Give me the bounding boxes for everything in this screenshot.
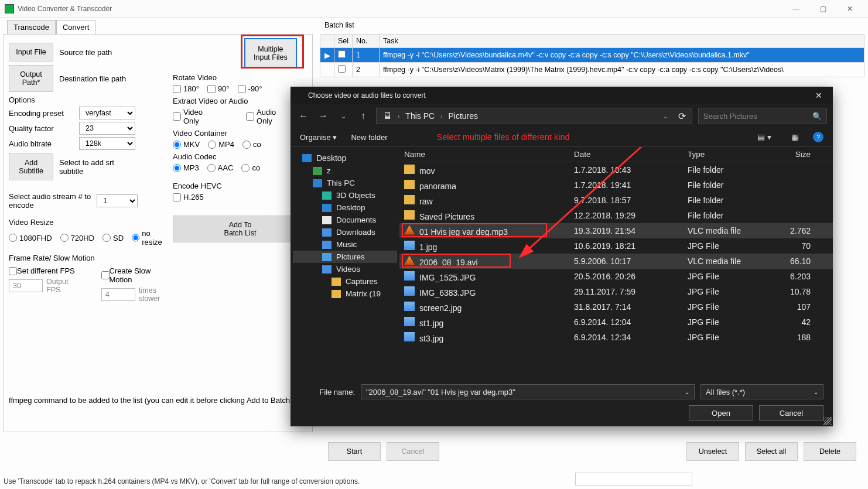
file-row[interactable]: 2006_08_19.avi5.9.2006. 10:17VLC media f…	[399, 254, 833, 269]
preview-icon[interactable]: ▦	[791, 132, 799, 142]
start-button[interactable]: Start	[328, 442, 381, 461]
quality-select[interactable]: 23	[79, 122, 135, 135]
resize-sd[interactable]: SD	[102, 234, 124, 242]
tree-pictures[interactable]: Pictures	[293, 251, 397, 263]
tree-downloads[interactable]: Downloads	[293, 226, 397, 238]
audio-stream-select[interactable]: 1	[97, 194, 138, 207]
nav-history-icon[interactable]: ⌄	[336, 112, 350, 120]
col-date[interactable]: Date	[574, 150, 688, 159]
resize-grip[interactable]	[823, 417, 832, 425]
tab-transcode[interactable]: Transcode	[7, 20, 56, 34]
col-name[interactable]: Name	[404, 150, 574, 159]
container-mp4[interactable]: MP4	[208, 140, 234, 149]
add-to-batch-button[interactable]: Add To Batch List	[173, 216, 307, 242]
vlc-icon	[404, 256, 415, 265]
help-icon[interactable]: ?	[813, 132, 823, 142]
filter-select[interactable]: All files (*.*)⌄	[700, 384, 823, 399]
nav-up-icon[interactable]: ↑	[356, 111, 370, 121]
batch-table: Sel No. Task ▶ 1 ffmpeg -y -i "C:\Users\…	[320, 34, 864, 77]
slowmo-input[interactable]	[101, 288, 135, 301]
rotate-90[interactable]: 90°	[207, 84, 230, 93]
tree-music[interactable]: Music	[293, 238, 397, 251]
batch-row-checkbox[interactable]	[338, 50, 346, 58]
audio-only[interactable]: Audio Only	[246, 108, 276, 125]
file-row[interactable]: Saved Pictures12.2.2018. 19:29File folde…	[399, 208, 833, 223]
file-row[interactable]: IMG_1525.JPG20.5.2016. 20:26JPG File6.20…	[399, 269, 833, 284]
batch-row[interactable]: 2 ffmpeg -y -i "C:\Users\z\Videos\Matrix…	[320, 63, 864, 77]
h265-checkbox[interactable]: H.265	[173, 193, 204, 201]
tab-convert[interactable]: Convert	[56, 20, 96, 34]
refresh-icon[interactable]: ⟳	[678, 111, 686, 122]
file-row[interactable]: st1.jpg6.9.2014. 12:04JPG File42	[399, 314, 833, 330]
batch-row-checkbox[interactable]	[338, 65, 346, 73]
new-folder-button[interactable]: New folder	[351, 133, 387, 142]
output-path-button[interactable]: Output Path*	[9, 65, 53, 92]
slowmo-checkbox[interactable]: Create Slow Motion	[101, 266, 173, 284]
tree-matrix[interactable]: Matrix (19	[293, 288, 397, 300]
rotate-m90[interactable]: -90°	[238, 84, 262, 93]
container-mkv[interactable]: MKV	[173, 140, 200, 149]
acodec-copy[interactable]: co	[241, 163, 260, 172]
file-row[interactable]: 1.jpg10.6.2019. 18:21JPG File70	[399, 238, 833, 254]
col-no[interactable]: No.	[353, 35, 380, 48]
audio-bitrate-select[interactable]: 128k	[79, 137, 135, 150]
nav-back-icon[interactable]: ←	[296, 111, 310, 121]
tree-thispc[interactable]: This PC	[293, 177, 397, 189]
dialog-close-button[interactable]: ✕	[811, 88, 827, 102]
chevron-down-icon[interactable]: ⌄	[663, 113, 668, 119]
delete-button[interactable]: Delete	[804, 442, 856, 461]
file-row[interactable]: panorama1.7.2018. 19:41File folder	[399, 177, 833, 193]
col-size[interactable]: Size	[775, 150, 811, 159]
video-only[interactable]: Video Only	[173, 108, 203, 125]
tree-3d[interactable]: 3D Objects	[293, 189, 397, 201]
file-row[interactable]: IMG_6383.JPG29.11.2017. 7:59JPG File10.7…	[399, 284, 833, 299]
rotate-180[interactable]: 180°	[173, 84, 199, 93]
acodec-mp3[interactable]: MP3	[173, 163, 199, 172]
filename-input[interactable]: "2006_08_19.avi" "01 Hvis jeg var deg.mp…	[361, 384, 695, 399]
tree-documents[interactable]: Documents	[293, 214, 397, 226]
tree-videos[interactable]: Videos	[293, 263, 397, 275]
resize-1080[interactable]: 1080FHD	[9, 234, 52, 242]
file-row[interactable]: mov1.7.2018. 10:43File folder	[399, 162, 833, 177]
maximize-button[interactable]: ▢	[809, 0, 836, 18]
nav-forward-icon[interactable]: →	[316, 111, 330, 121]
container-copy[interactable]: co	[242, 140, 261, 149]
view-icon[interactable]: ▤ ▾	[757, 132, 771, 142]
minimize-button[interactable]: —	[782, 0, 809, 18]
col-type[interactable]: Type	[688, 150, 775, 159]
col-sel[interactable]: Sel	[334, 35, 353, 48]
file-row[interactable]: screen2.jpg31.8.2017. 7:14JPG File107	[399, 299, 833, 314]
resize-none[interactable]: no resize	[132, 229, 165, 247]
status-input[interactable]	[575, 473, 692, 485]
fps-checkbox[interactable]: Set different FPS	[9, 266, 78, 275]
vlc-icon	[404, 225, 415, 235]
tree-desktop2[interactable]: Desktop	[293, 201, 397, 214]
add-subtitle-button[interactable]: Add Subtitle	[9, 153, 53, 180]
acodec-aac[interactable]: AAC	[207, 163, 234, 172]
img-icon	[404, 317, 415, 326]
file-row[interactable]: st3.jpg6.9.2014. 12:34JPG File188	[399, 330, 833, 345]
unselect-button[interactable]: Unselect	[686, 442, 739, 461]
tree-captures[interactable]: Captures	[293, 275, 397, 288]
file-row[interactable]: 01 Hvis jeg var deg.mp319.3.2019. 21:54V…	[399, 223, 833, 238]
dialog-cancel-button[interactable]: Cancel	[759, 405, 823, 420]
tree-user[interactable]: z	[293, 165, 397, 177]
close-button[interactable]: ✕	[836, 0, 863, 18]
resize-720[interactable]: 720HD	[60, 234, 94, 242]
batch-row[interactable]: ▶ 1 ffmpeg -y -i "C:\Users\z\Videos\bund…	[320, 48, 864, 63]
input-file-button[interactable]: Input File	[9, 43, 53, 61]
search-input[interactable]: Search Pictures 🔍	[698, 108, 827, 124]
selectall-button[interactable]: Select all	[745, 442, 798, 461]
encoding-preset-select[interactable]: veryfast	[79, 107, 135, 119]
file-row[interactable]: raw9.7.2018. 18:57File folder	[399, 193, 833, 208]
address-bar[interactable]: 🖥 › This PC › Pictures ⌄ ⟳	[376, 108, 692, 124]
fps-input[interactable]	[9, 279, 43, 292]
organise-menu[interactable]: Organise ▾	[300, 133, 337, 142]
col-task[interactable]: Task	[380, 35, 864, 48]
path-pictures[interactable]: Pictures	[448, 111, 478, 121]
pc-icon: 🖥	[382, 111, 392, 121]
open-button[interactable]: Open	[689, 405, 753, 420]
tree-desktop[interactable]: Desktop	[293, 152, 397, 165]
path-thispc[interactable]: This PC	[405, 111, 435, 121]
cancel-batch-button[interactable]: Cancel	[387, 442, 439, 461]
